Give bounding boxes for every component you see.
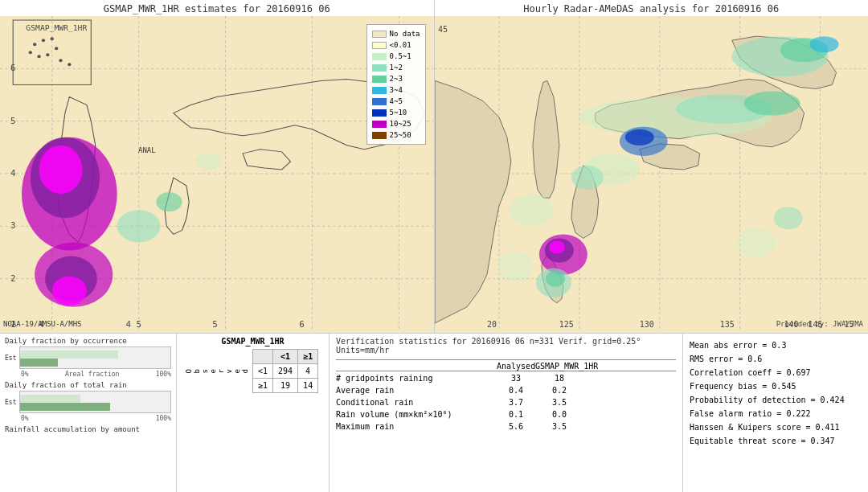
- legend-color-3: [372, 87, 387, 94]
- histograms-panel: Daily fraction by occurrence Est 0% Area…: [0, 334, 177, 492]
- main-container: GSMAP_MWR_1HR estimates for 20160916 06: [0, 0, 868, 492]
- contingency-panel: GSMAP_MWR_1HR Observed <1 ≥1 <1 2: [177, 334, 330, 492]
- verif-data-row-1: Average rain 0.4 0.2: [336, 384, 676, 396]
- svg-point-26: [52, 277, 87, 305]
- verif-row-label-2: Conditional rain: [336, 396, 497, 408]
- right-map-panel: Hourly Radar-AMeDAS analysis for 2016091…: [434, 0, 869, 333]
- maps-section: GSMAP_MWR_1HR estimates for 20160916 06: [0, 0, 868, 334]
- svg-point-65: [743, 91, 800, 115]
- svg-text:3: 3: [10, 221, 15, 231]
- stats-item-2: Correlation coeff = 0.697: [690, 366, 862, 379]
- legend-item-25: 25~50: [372, 129, 420, 141]
- cont-cell-01: 4: [298, 364, 318, 379]
- legend-item-1: 1~2: [372, 62, 420, 73]
- svg-point-37: [46, 53, 49, 56]
- right-map-area: 45 35 20 20 125 130 135 140 145 15: [435, 16, 869, 331]
- svg-text:20: 20: [486, 320, 496, 329]
- left-map-title: GSMAP_MWR_1HR estimates for 20160916 06: [0, 0, 434, 16]
- stats-item-0: Mean abs error = 0.3: [690, 338, 862, 352]
- svg-point-72: [545, 271, 564, 287]
- legend-color-2: [372, 76, 387, 83]
- legend-label-4: 4~5: [390, 96, 403, 107]
- legend-label-2: 2~3: [390, 73, 403, 84]
- verif-row-label-1: Average rain: [336, 384, 497, 396]
- verif-row-analysed-0: 33: [497, 372, 535, 384]
- cont-table-wrapper: Observed <1 ≥1 <1 294 4: [182, 349, 324, 393]
- svg-text:135: 135: [719, 320, 734, 329]
- svg-point-67: [624, 129, 653, 146]
- verif-data-row-4: Maximum rain 5.6 3.5: [336, 420, 676, 433]
- right-map-svg: 45 35 20 20 125 130 135 140 145 15: [435, 16, 869, 331]
- verif-row-gsmap-1: 0.2: [535, 384, 583, 396]
- cont-row-1: ≥1 19 14: [253, 379, 318, 393]
- legend-label-5: 5~10: [390, 107, 407, 118]
- cont-header-gte1: ≥1: [298, 350, 318, 364]
- legend-item-2: 2~3: [372, 73, 420, 84]
- legend-item-4: 4~5: [372, 96, 420, 107]
- svg-text:4 5: 4 5: [125, 319, 141, 329]
- cont-cell-00: 294: [273, 364, 298, 379]
- legend-label-05: 0.5~1: [390, 51, 411, 62]
- axis-start-2: 0%: [21, 415, 29, 422]
- legend-color-nodata: [372, 31, 387, 38]
- stats-item-3: Frequency bias = 0.545: [690, 379, 862, 393]
- legend-item-nodata: No data: [372, 28, 420, 39]
- svg-point-36: [37, 55, 40, 58]
- legend-label-25: 25~50: [390, 129, 411, 141]
- verif-title: Verification statistics for 20160916 06 …: [336, 337, 676, 355]
- legend-color-10: [372, 121, 387, 128]
- svg-text:4: 4: [10, 168, 15, 178]
- svg-point-28: [156, 192, 182, 211]
- verif-row-analysed-1: 0.4: [497, 384, 535, 396]
- svg-text:2: 2: [10, 273, 15, 283]
- right-map-title: Hourly Radar-AMeDAS analysis for 2016091…: [435, 0, 869, 16]
- verif-row-gsmap-4: 3.5: [535, 420, 583, 433]
- legend-color-001: [372, 42, 387, 49]
- stats-item-5: False alarm ratio = 0.222: [690, 407, 862, 420]
- svg-point-75: [508, 194, 553, 226]
- verif-data-row-3: Rain volume (mm×km²×10⁶) 0.1 0.0: [336, 408, 676, 420]
- observed-label: Observed: [182, 366, 252, 376]
- verif-header-row: Analysed GSMAP_MWR_1HR: [336, 362, 676, 371]
- stats-item-7: Equitable threat score = 0.347: [690, 434, 862, 448]
- svg-point-39: [59, 59, 62, 62]
- verif-data-row-2: Conditional rain 3.7 3.5: [336, 396, 676, 408]
- left-map-area: 6 5 4 3 2 1 4 4 5 5 6: [0, 16, 434, 331]
- legend-item-05: 0.5~1: [372, 51, 420, 62]
- svg-point-34: [51, 37, 54, 40]
- cont-rowhead-1: ≥1: [253, 379, 273, 393]
- svg-point-40: [68, 63, 71, 66]
- svg-point-77: [735, 228, 776, 256]
- svg-point-33: [42, 39, 45, 42]
- svg-text:5: 5: [212, 319, 217, 329]
- legend-color-5: [372, 109, 387, 117]
- verif-row-analysed-3: 0.1: [497, 408, 535, 420]
- verif-row-label-3: Rain volume (mm×km²×10⁶): [336, 408, 497, 420]
- svg-point-32: [33, 43, 36, 46]
- verif-row-gsmap-3: 0.0: [535, 408, 583, 420]
- legend-item-10: 10~25: [372, 118, 420, 129]
- cont-header-lt1: <1: [273, 350, 298, 364]
- contingency-title: GSMAP_MWR_1HR: [182, 337, 324, 346]
- axis-end-1: 100%: [156, 371, 171, 378]
- verification-panel: Verification statistics for 20160916 06 …: [330, 334, 683, 492]
- legend-label-nodata: No data: [390, 28, 420, 39]
- svg-point-76: [497, 252, 532, 281]
- svg-text:45: 45: [437, 25, 447, 34]
- histogram-title-3: Rainfall accumulation by amount: [5, 425, 171, 433]
- verif-row-label-4: Maximum rain: [336, 420, 497, 433]
- legend-label-001: <0.01: [390, 39, 411, 51]
- anal-label: ANAL: [138, 146, 156, 154]
- svg-point-74: [571, 166, 603, 190]
- verif-col-analysed: Analysed: [497, 362, 535, 371]
- legend-label-10: 10~25: [390, 118, 411, 129]
- svg-point-62: [809, 36, 838, 52]
- histogram-title-1: Daily fraction by occurrence: [5, 337, 171, 345]
- legend-color-1: [372, 64, 387, 72]
- map-credit: Provided by: JWA/JMA: [776, 320, 863, 328]
- legend-box: No data <0.01 0.5~1 1~2: [366, 24, 426, 145]
- contingency-table: <1 ≥1 <1 294 4 ≥1 19 14: [252, 349, 318, 393]
- svg-text:125: 125: [559, 320, 573, 329]
- axis-end-2: 100%: [156, 415, 171, 422]
- svg-text:5: 5: [10, 116, 15, 125]
